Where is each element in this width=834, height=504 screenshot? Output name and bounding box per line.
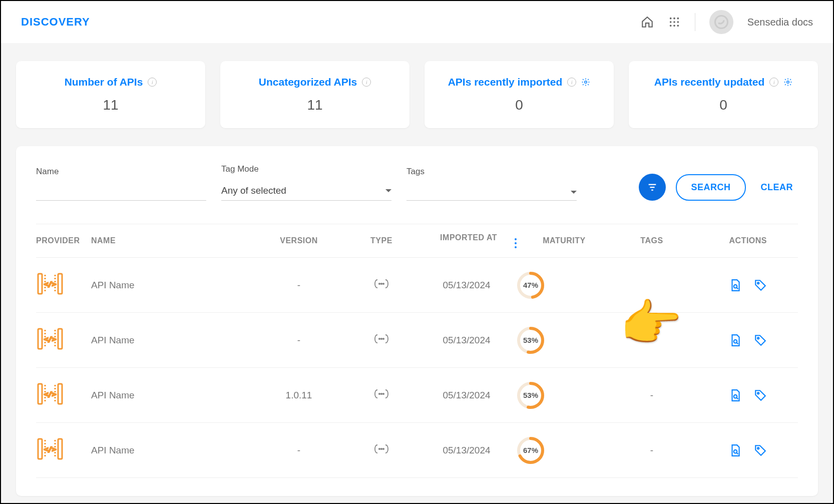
view-document-icon[interactable]	[729, 389, 742, 402]
stat-title: Number of APIs	[65, 76, 143, 88]
type-cell	[346, 388, 416, 402]
info-icon[interactable]: i	[567, 78, 576, 87]
provider-cell: </>	[36, 326, 91, 354]
filter-label: Tags	[406, 167, 577, 177]
name-cell: API Name	[91, 280, 251, 291]
svg-point-28	[379, 338, 380, 339]
svg-point-39	[381, 393, 382, 394]
table-row[interactable]: </> API Name - 05/13/2024 47%	[36, 258, 798, 313]
svg-rect-13	[650, 187, 655, 188]
svg-point-50	[383, 448, 384, 449]
col-name: NAME	[91, 236, 251, 245]
api-table: PROVIDER NAME VERSION TYPE IMPORTED AT M…	[36, 224, 798, 478]
svg-point-18	[379, 283, 380, 284]
filter-tagmode: Tag Mode Any of selected	[221, 164, 391, 201]
svg-point-0	[670, 18, 672, 20]
tag-icon[interactable]	[754, 334, 767, 347]
svg-rect-45	[38, 439, 42, 459]
col-maturity: MATURITY	[517, 236, 612, 245]
filters-row: Name Tag Mode Any of selected Tags	[36, 164, 798, 201]
svg-point-3	[670, 21, 672, 23]
tags-cell: -	[612, 335, 692, 346]
stat-value: 11	[103, 97, 118, 113]
type-cell	[346, 443, 416, 457]
filter-tags: Tags	[406, 167, 577, 201]
filter-name: Name	[36, 167, 206, 201]
type-cell	[346, 333, 416, 347]
table-row[interactable]: </> API Name - 05/13/2024 53% -	[36, 313, 798, 368]
stat-title: APIs recently updated	[654, 76, 765, 88]
name-cell: API Name	[91, 390, 251, 401]
stat-card-recently-imported: APIs recently imported i 0	[425, 61, 614, 128]
actions-cell	[692, 279, 767, 292]
svg-point-30	[383, 338, 384, 339]
svg-point-53	[734, 449, 737, 453]
filter-button[interactable]	[639, 174, 666, 201]
tag-icon[interactable]	[754, 444, 767, 457]
gear-icon[interactable]	[783, 78, 792, 87]
svg-rect-46	[58, 439, 62, 459]
tags-cell: -	[612, 390, 692, 401]
imported-cell: 05/13/2024	[416, 390, 517, 401]
svg-point-54	[757, 447, 759, 449]
svg-rect-35	[38, 384, 42, 404]
svg-rect-12	[649, 184, 656, 185]
maturity-cell: 53%	[517, 326, 612, 354]
name-cell: API Name	[91, 445, 251, 456]
main-panel: Name Tag Mode Any of selected Tags	[16, 146, 818, 496]
svg-text:</>: </>	[44, 280, 56, 288]
svg-point-2	[677, 18, 679, 20]
svg-text:</>: </>	[44, 335, 56, 343]
svg-point-33	[734, 339, 737, 343]
svg-rect-16	[58, 274, 62, 294]
tag-icon[interactable]	[754, 389, 767, 402]
view-document-icon[interactable]	[729, 334, 742, 347]
version-cell: -	[251, 335, 346, 346]
chevron-down-icon	[571, 191, 577, 194]
filter-label: Name	[36, 167, 206, 177]
col-actions: ACTIONS	[692, 236, 767, 245]
info-icon[interactable]: i	[148, 78, 157, 87]
svg-text:</>: </>	[44, 445, 56, 453]
gear-icon[interactable]	[581, 78, 590, 87]
version-cell: 1.0.11	[251, 390, 346, 401]
svg-point-4	[673, 21, 675, 23]
tag-icon[interactable]	[754, 279, 767, 292]
avatar[interactable]	[709, 10, 733, 34]
svg-text:</>: </>	[44, 390, 56, 398]
tags-select[interactable]	[406, 183, 577, 201]
filter-label: Tag Mode	[221, 164, 391, 174]
tagmode-select[interactable]: Any of selected	[221, 180, 391, 201]
name-input[interactable]	[36, 183, 206, 201]
imported-cell: 05/13/2024	[416, 335, 517, 346]
svg-point-44	[757, 392, 759, 394]
svg-point-48	[379, 448, 380, 449]
svg-point-29	[381, 338, 382, 339]
name-cell: API Name	[91, 335, 251, 346]
search-button[interactable]: SEARCH	[676, 174, 745, 201]
actions-cell	[692, 389, 767, 402]
tagmode-value: Any of selected	[221, 185, 286, 196]
view-document-icon[interactable]	[729, 444, 742, 457]
divider	[695, 13, 695, 31]
type-cell	[346, 278, 416, 292]
table-row[interactable]: </> API Name - 05/13/2024 67% -	[36, 423, 798, 478]
svg-point-9	[715, 16, 727, 29]
svg-point-1	[673, 18, 675, 20]
maturity-cell: 67%	[517, 436, 612, 464]
col-version: VERSION	[251, 236, 346, 245]
svg-point-8	[677, 25, 679, 27]
view-document-icon[interactable]	[729, 279, 742, 292]
version-cell: -	[251, 280, 346, 291]
stats-row: Number of APIs i 11 Uncategorized APIs i…	[1, 43, 833, 146]
svg-point-11	[787, 81, 789, 84]
svg-rect-14	[652, 190, 654, 191]
table-row[interactable]: </> API Name 1.0.11 05/13/2024 53% -	[36, 368, 798, 423]
info-icon[interactable]: i	[769, 78, 778, 87]
clear-button[interactable]: CLEAR	[756, 175, 798, 200]
home-icon[interactable]	[641, 16, 654, 29]
svg-point-6	[670, 25, 672, 27]
info-icon[interactable]: i	[362, 78, 371, 87]
apps-grid-icon[interactable]	[668, 16, 681, 29]
maturity-cell: 53%	[517, 381, 612, 409]
